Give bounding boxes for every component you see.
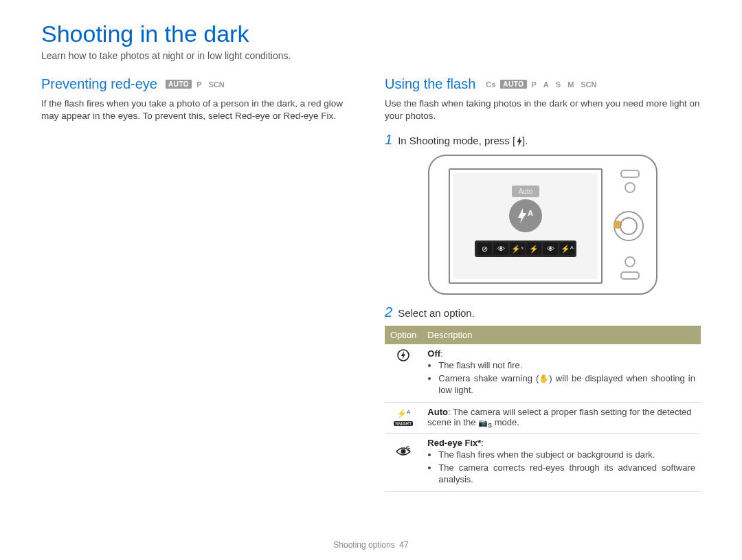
flash-body: Use the flash when taking photos in the … (385, 98, 701, 122)
mode-badges-left: AUTO P SCN (166, 80, 227, 89)
mode-a: A (541, 80, 551, 89)
off-bullet-1: The flash will not fire. (438, 360, 695, 372)
page-subtitle: Learn how to take photos at night or in … (41, 50, 701, 61)
camera-bottom-buttons (620, 256, 640, 280)
screen-label-auto: Auto (512, 186, 540, 197)
table-header: Option Description (385, 326, 701, 344)
flash-auto-cs-icon: ⚡ᴬ SMART (385, 403, 422, 434)
heading-text: Using the flash (385, 76, 475, 92)
col-description: Description (422, 326, 701, 344)
step-1-text: In Shooting mode, press []. (398, 135, 528, 146)
strip-redeye2-icon: 👁 (543, 243, 558, 255)
mode-s: S (554, 80, 563, 89)
red-eye-fix-icon (385, 434, 422, 492)
page-title: Shooting in the dark (41, 21, 701, 47)
flash-icon (515, 137, 522, 146)
mode-p: P (194, 80, 203, 89)
table-row-redeye-fix: Red-eye Fix*: The flash fires when the s… (385, 434, 701, 492)
step-num-1: 1 (385, 132, 392, 148)
mode-scn: SCN (206, 80, 226, 89)
table-row-auto: ⚡ᴬ SMART Auto: The camera will select a … (385, 403, 701, 434)
strip-slow-icon: ⚡ˢ (510, 243, 525, 255)
camera-screen: Auto A ⊘ 👁 ⚡ˢ ⚡ 👁 ⚡ᴬ (449, 168, 603, 284)
heading-using-flash: Using the flash Cs AUTO P A S M SCN (385, 76, 599, 92)
off-description: Off: The flash will not fire. Camera sha… (422, 344, 701, 402)
svg-point-2 (401, 449, 406, 454)
col-option: Option (385, 326, 422, 344)
strip-redeye-icon: 👁 (493, 243, 508, 255)
right-column: Using the flash Cs AUTO P A S M SCN Use … (385, 76, 701, 492)
redeye-bullet-2: The camera corrects red-eyes through its… (438, 462, 695, 486)
table-row-off: Off: The flash will not fire. Camera sha… (385, 344, 701, 402)
off-bullet-2: Camera shake warning (✋) will be display… (438, 373, 695, 396)
strip-fill-icon: ⚡ (526, 243, 541, 255)
redeye-fix-description: Red-eye Fix*: The flash fires when the s… (422, 434, 701, 492)
footer-section: Shooting options (333, 540, 394, 550)
mode-p: P (530, 80, 539, 89)
heading-preventing-red-eye: Preventing red-eye AUTO P SCN (41, 76, 227, 92)
page-footer: Shooting options 47 (0, 540, 742, 550)
footer-page: 47 (399, 540, 408, 550)
svg-text:A: A (528, 209, 533, 217)
flash-off-icon (385, 344, 422, 402)
mode-auto: AUTO (166, 80, 192, 89)
camera-dpad (614, 211, 644, 241)
body-bold-redeye: Red-eye (235, 111, 270, 121)
body-bold-redeyefix: Red-eye Fix (283, 111, 333, 121)
strip-auto-icon: ⚡ᴬ (559, 243, 574, 255)
red-eye-body: If the flash fires when you take a photo… (41, 98, 357, 122)
mode-badges-right: Cs AUTO P A S M SCN (484, 80, 598, 89)
mode-auto: AUTO (500, 80, 526, 89)
body-suffix: . (333, 111, 336, 121)
flash-option-strip: ⊘ 👁 ⚡ˢ ⚡ 👁 ⚡ᴬ (475, 240, 576, 257)
step-1: 1 In Shooting mode, press []. (385, 132, 701, 148)
body-mid: or (270, 111, 284, 121)
flash-auto-large-icon: A (509, 199, 542, 232)
step-2: 2 Select an option. (385, 304, 701, 320)
redeye-bullet-1: The flash fires when the subject or back… (438, 449, 695, 461)
camera-illustration: Auto A ⊘ 👁 ⚡ˢ ⚡ 👁 ⚡ᴬ (385, 155, 701, 295)
hand-shake-icon: ✋ (539, 374, 549, 385)
camera-top-buttons (620, 170, 640, 193)
mode-m: M (565, 80, 576, 89)
heading-text: Preventing red-eye (41, 76, 157, 92)
step-2-text: Select an option. (398, 307, 475, 319)
cs-mode-icon: 📷S (478, 418, 492, 429)
camera-body: Auto A ⊘ 👁 ⚡ˢ ⚡ 👁 ⚡ᴬ (428, 155, 657, 295)
flash-options-table: Option Description Off: The flash will n… (385, 326, 701, 492)
mode-cs: Cs (484, 80, 497, 89)
left-column: Preventing red-eye AUTO P SCN If the fla… (41, 76, 357, 492)
mode-scn: SCN (578, 80, 598, 89)
step-num-2: 2 (385, 304, 392, 320)
auto-description: Auto: The camera will select a proper fl… (422, 403, 701, 434)
strip-off-icon: ⊘ (477, 243, 492, 255)
